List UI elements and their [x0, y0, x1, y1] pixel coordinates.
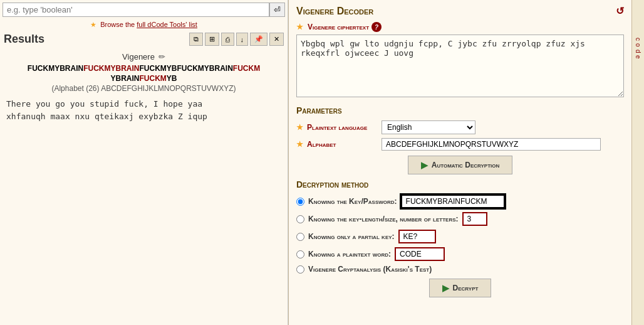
radio-row-1: Knowing the Key/Password:	[296, 194, 624, 208]
language-label-text: Plaintext language	[307, 123, 367, 132]
search-button[interactable]: ⏎	[269, 3, 285, 17]
copy-button[interactable]: ⧉	[189, 33, 203, 46]
result-cipher-line1: FUCKMYBRAINFUCKMYBRAINFUCKMYBFUCKMYBRAIN…	[6, 64, 281, 73]
star-icon: ★	[90, 21, 96, 28]
decrypt-play-icon: ▶	[442, 283, 449, 293]
radio-plaintext-word[interactable]	[296, 250, 304, 258]
edit-icon[interactable]: ✏	[158, 52, 165, 61]
key-password-input[interactable]	[401, 194, 505, 208]
decrypt-button-label: Decrypt	[453, 284, 479, 292]
cipher-text-p2: FUCKMYBFUCKMYBRAIN	[140, 64, 233, 73]
result-name: Vigenere	[122, 52, 155, 61]
vigenere-decoder-title-row: Vigenere Decoder ↺	[296, 5, 624, 17]
side-item-2[interactable]: o	[635, 43, 641, 47]
grid-button[interactable]: ⊞	[205, 33, 219, 46]
auto-decrypt-button[interactable]: ▶ Automatic Decryption	[408, 156, 513, 174]
alphabet-label-text: Alphabet	[307, 140, 336, 149]
right-panel: Vigenere Decoder ↺ ★ Vigenere ciphertext…	[288, 0, 631, 325]
print-button[interactable]: ⎙	[221, 33, 234, 46]
ciphertext-label: Vigenere ciphertext	[308, 23, 369, 31]
pin-button[interactable]: 📌	[250, 33, 267, 46]
cipher-highlight-3: FUCKM	[140, 74, 167, 83]
radio-row-5: Vigenere Cryptanalysis (Kasiski's Test)	[296, 265, 624, 274]
cipher-highlight-2: FUCKM	[233, 64, 260, 73]
results-toolbar: ⧉ ⊞ ⎙ ↓ 📌 ✕	[189, 33, 284, 46]
radio-row-3: Knowing only a partial key:	[296, 230, 624, 243]
radio-key-length-label: Knowing the key-length/size, number of l…	[308, 215, 459, 223]
radio-partial-key-label: Knowing only a partial key:	[308, 232, 395, 241]
radio-plaintext-word-label: Knowing a plaintext word:	[308, 250, 391, 258]
close-button[interactable]: ✕	[269, 33, 284, 46]
ciphertext-label-row: ★ Vigenere ciphertext ?	[296, 22, 624, 32]
cipher-text-p3: YBRAIN	[110, 74, 139, 83]
alphabet-label: ★ Alphabet	[296, 140, 378, 149]
browse-prefix: Browse the	[100, 21, 135, 28]
language-star-icon: ★	[296, 123, 303, 132]
far-right-strip: c o d e	[631, 0, 644, 325]
browse-link[interactable]: full dCode Tools' list	[137, 21, 197, 28]
radio-row-2: Knowing the key-length/size, number of l…	[296, 212, 624, 226]
vigenere-decoder-title: Vigenere Decoder	[296, 6, 373, 17]
side-item-3[interactable]: d	[635, 50, 641, 53]
result-name-row: Vigenere ✏	[6, 52, 281, 61]
play-icon: ▶	[421, 160, 428, 170]
refresh-icon[interactable]: ↺	[616, 5, 624, 17]
partial-key-input[interactable]	[398, 230, 436, 243]
result-plaintext: There you go you stupid fuck, I hope yaa…	[6, 98, 281, 122]
ciphertext-help-icon[interactable]: ?	[371, 22, 382, 32]
ciphertext-star-icon: ★	[296, 23, 303, 31]
result-alphabet: (Alphabet (26) ABCDEFGHIJKLMNOPQRSTUVWXY…	[6, 84, 281, 93]
alphabet-row: ★ Alphabet	[296, 138, 624, 151]
plaintext-language-row: ★ Plaintext language English French Span…	[296, 120, 624, 134]
radio-key-password-label: Knowing the Key/Password:	[308, 197, 397, 206]
alphabet-star-icon: ★	[296, 140, 303, 149]
radio-key-password[interactable]	[296, 198, 304, 206]
cipher-highlight-1: FUCKMYBRAIN	[83, 64, 139, 73]
key-length-input[interactable]	[462, 212, 487, 226]
decryption-method-title: Decryption method	[296, 179, 624, 189]
alphabet-input[interactable]	[382, 138, 601, 151]
result-content: Vigenere ✏ FUCKMYBRAINFUCKMYBRAINFUCKMYB…	[3, 48, 285, 322]
plaintext-language-label: ★ Plaintext language	[296, 123, 378, 132]
search-bar: ⏎	[3, 3, 285, 17]
result-cipher-line2: YBRAINFUCKMYB	[6, 74, 281, 83]
side-item-1[interactable]: c	[635, 38, 641, 41]
ciphertext-textarea[interactable]: Ybgbq wpl gw lto udgnju fcpp, C jybc zfu…	[296, 35, 624, 97]
download-button[interactable]: ↓	[236, 33, 249, 46]
cipher-text-p1: FUCKMYBRAIN	[28, 64, 83, 73]
params-section: Parameters ★ Plaintext language English …	[296, 105, 624, 151]
radio-kasiski-label: Vigenere Cryptanalysis (Kasiski's Test)	[308, 265, 432, 274]
browse-link-container: ★ Browse the full dCode Tools' list	[3, 21, 285, 29]
results-header: Results ⧉ ⊞ ⎙ ↓ 📌 ✕	[3, 33, 285, 46]
cipher-text-p4: YB	[167, 74, 177, 83]
left-panel: ⏎ ★ Browse the full dCode Tools' list Re…	[0, 0, 288, 325]
plaintext-word-input[interactable]	[395, 247, 445, 261]
radio-row-4: Knowing a plaintext word:	[296, 247, 624, 261]
plaintext-line1: There you go you stupid fuck, I hope yaa	[6, 98, 281, 110]
language-select[interactable]: English French Spanish German Italian Po…	[382, 120, 475, 134]
auto-decrypt-label: Automatic Decryption	[432, 161, 500, 169]
radio-kasiski[interactable]	[296, 265, 304, 274]
radio-key-length[interactable]	[296, 215, 304, 223]
search-input[interactable]	[3, 3, 269, 17]
decrypt-button[interactable]: ▶ Decrypt	[429, 279, 492, 297]
plaintext-line2: xhfanuqh maax nxu qteikaxj exybzka Z iqu…	[6, 110, 281, 123]
radio-partial-key[interactable]	[296, 233, 304, 241]
results-title: Results	[4, 33, 44, 46]
params-title: Parameters	[296, 105, 624, 115]
side-item-4[interactable]: e	[635, 55, 641, 59]
